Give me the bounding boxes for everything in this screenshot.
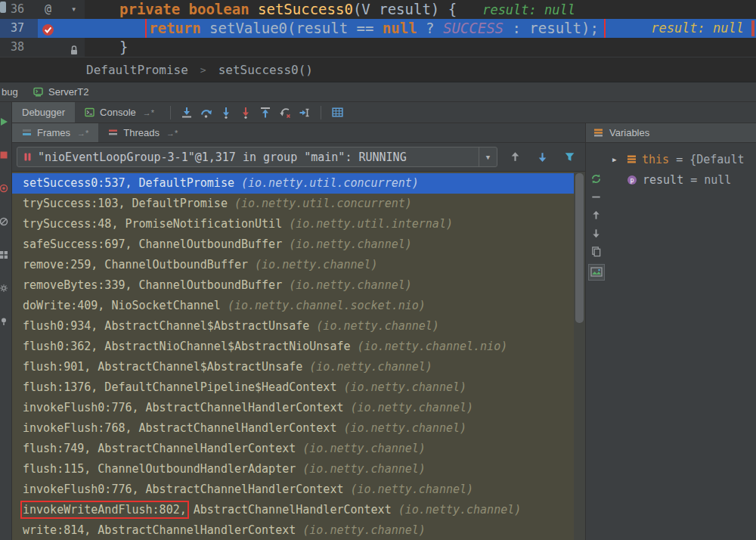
frame-class: AbstractChannelHandlerContext — [91, 523, 302, 537]
code-rest: (V result) { — [353, 1, 457, 17]
stack-frame-row[interactable]: invokeFlush:768, AbstractChannelHandlerC… — [12, 418, 585, 439]
frame-location: flush0:362, — [23, 340, 98, 353]
frame-package: (io.netty.channel.socket.nio) — [228, 299, 426, 312]
code-text[interactable]: } — [85, 38, 756, 57]
breadcrumb-class[interactable]: DefaultPromise — [86, 63, 188, 77]
scroll-to-end-icon[interactable]: →* — [143, 108, 154, 117]
step-over-icon[interactable] — [197, 104, 216, 122]
tab-frames-label: Frames — [37, 127, 70, 138]
previous-frame-icon[interactable] — [505, 147, 525, 167]
evaluate-expression-icon[interactable] — [327, 104, 347, 122]
frame-package: (io.netty.util.concurrent) — [234, 197, 412, 210]
thread-dump-icon[interactable] — [0, 250, 8, 259]
inline-debugger-hint: result: null — [482, 2, 575, 17]
svg-text:p: p — [630, 176, 634, 184]
stack-frame-row[interactable]: write:814, AbstractChannelHandlerContext… — [12, 520, 585, 540]
line-number: 37 — [0, 19, 38, 38]
debugger-toolbar: Debugger Console →* — [12, 102, 756, 123]
code-text[interactable]: private boolean setSuccess0(V result) {r… — [85, 0, 756, 19]
stack-frame-row[interactable]: invokeFlush0:776, AbstractChannelHandler… — [12, 479, 585, 500]
stack-frame-row[interactable]: flush:901, AbstractChannel$AbstractUnsaf… — [12, 357, 585, 377]
frame-class: AbstractChannel$AbstractUnsafe — [98, 319, 316, 333]
frame-package: (io.netty.util.concurrent) — [241, 176, 419, 190]
async-traces-icon[interactable] — [590, 173, 602, 185]
stack-frame-row[interactable]: safeSuccess:697, ChannelOutboundBuffer (… — [12, 234, 585, 255]
variables-header: Variables — [586, 123, 756, 143]
collapse-icon[interactable] — [590, 191, 602, 203]
thread-selector[interactable]: "nioEventLoopGroup-3-1"@1,317 in group "… — [17, 147, 497, 167]
frame-class: AbstractChannelHandlerContext — [139, 483, 351, 496]
frame-location: trySuccess:48, — [23, 217, 118, 231]
stack-frame-row[interactable]: trySuccess:103, DefaultPromise (io.netty… — [12, 194, 585, 214]
variables-toolbar — [586, 143, 606, 540]
next-occurrence-icon[interactable] — [590, 228, 602, 239]
stack-frame-row[interactable]: flush:749, AbstractChannelHandlerContext… — [12, 439, 585, 459]
tab-debugger[interactable]: Debugger — [12, 102, 75, 123]
stack-frame-row[interactable]: removeBytes:339, ChannelOutboundBuffer (… — [12, 275, 585, 296]
scrollbar-track[interactable] — [574, 172, 585, 540]
memory-view-button[interactable] — [588, 264, 605, 281]
tab-threads[interactable]: Threads →* — [98, 123, 187, 142]
tab-debugger-label: Debugger — [22, 107, 65, 118]
run-config-tab[interactable]: ServerT2 — [23, 82, 99, 101]
settings-icon[interactable] — [0, 284, 8, 293]
copy-stack-icon[interactable] — [590, 246, 602, 257]
stack-frame-row[interactable]: flush0:934, AbstractChannel$AbstractUnsa… — [12, 316, 585, 337]
expand-arrow-icon[interactable]: ▶ — [612, 156, 621, 163]
tab-console[interactable]: Console →* — [75, 102, 164, 123]
error-stripe-mark[interactable] — [751, 20, 754, 36]
filter-frames-icon[interactable] — [559, 147, 579, 167]
force-step-into-icon[interactable] — [236, 104, 256, 122]
auto-scroll-icon[interactable]: →* — [166, 129, 178, 138]
frames-list[interactable]: setSuccess0:537, DefaultPromise (io.nett… — [12, 172, 585, 540]
frame-class: AbstractNioChannel$AbstractNioUnsafe — [98, 340, 357, 353]
mute-breakpoints-icon[interactable] — [0, 217, 8, 226]
constant-name: SUCCESS — [443, 20, 503, 36]
stack-frame-row[interactable]: flush0:362, AbstractNioChannel$AbstractN… — [12, 337, 585, 357]
chevron-down-icon[interactable]: ▼ — [479, 147, 497, 166]
variable-row-this[interactable]: ▶ this = {Default — [606, 149, 756, 169]
auto-scroll-icon[interactable]: →* — [77, 129, 88, 138]
next-frame-icon[interactable] — [532, 147, 552, 167]
tab-frames[interactable]: Frames →* — [12, 123, 98, 142]
pin-icon[interactable] — [0, 317, 8, 326]
frame-package: (io.netty.channel) — [398, 503, 522, 517]
inline-watch-value: result: null — [651, 19, 744, 38]
code-part: setValue0(result == — [209, 20, 383, 36]
drop-frame-icon[interactable] — [275, 104, 295, 122]
method-name: setSuccess0 — [258, 1, 353, 17]
fold-marker-icon[interactable]: ▾ — [71, 0, 76, 19]
step-into-icon[interactable] — [216, 104, 236, 122]
stack-frame-row[interactable]: doWrite:409, NioSocketChannel (io.netty.… — [12, 296, 585, 316]
code-text[interactable]: return setValue0(result == null ? SUCCES… — [85, 19, 756, 38]
stack-frame-row[interactable]: flush:1376, DefaultChannelPipeline$HeadC… — [12, 377, 585, 398]
stack-frame-row[interactable]: remove:259, ChannelOutboundBuffer (io.ne… — [12, 255, 585, 275]
stack-frame-row[interactable]: invokeFlush0:776, AbstractChannelHandler… — [12, 398, 585, 418]
cut-off-toolwindow-icon — [0, 2, 6, 13]
stack-frame-row[interactable]: trySuccess:48, PromiseNotificationUtil (… — [12, 214, 585, 234]
step-out-icon[interactable] — [256, 104, 275, 122]
scrollbar-thumb[interactable] — [575, 173, 584, 323]
frame-class: ChannelOutboundBuffer — [132, 237, 290, 251]
variables-tree[interactable]: ▶ this = {Default p result = null — [606, 143, 756, 540]
parameter-icon: p — [627, 175, 637, 185]
stack-frame-row[interactable]: flush:115, ChannelOutboundHandlerAdapter… — [12, 459, 585, 479]
code-part: : — [503, 20, 529, 36]
stack-frame-row[interactable]: invokeWriteAndFlush:802, AbstractChannel… — [12, 500, 585, 520]
frame-class: DefaultPromise — [125, 197, 234, 210]
stack-frame-row[interactable]: setSuccess0:537, DefaultPromise (io.nett… — [12, 173, 585, 194]
variable-row-result[interactable]: p result = null — [606, 169, 756, 190]
tab-threads-label: Threads — [123, 127, 160, 138]
prev-occurrence-icon[interactable] — [590, 209, 602, 221]
stop-icon[interactable] — [0, 151, 8, 160]
frame-location: removeBytes:339, — [23, 278, 132, 292]
code-part: ? — [417, 20, 443, 36]
frame-class: AbstractChannelHandlerContext — [91, 442, 302, 455]
show-execution-point-icon[interactable] — [177, 104, 197, 122]
resume-icon[interactable] — [0, 117, 8, 126]
frame-location: safeSuccess:697, — [23, 237, 132, 251]
view-breakpoints-icon[interactable] — [0, 184, 8, 193]
breadcrumb-method[interactable]: setSuccess0() — [218, 63, 313, 77]
run-to-cursor-icon[interactable] — [295, 104, 314, 122]
keyword: return — [149, 20, 209, 36]
